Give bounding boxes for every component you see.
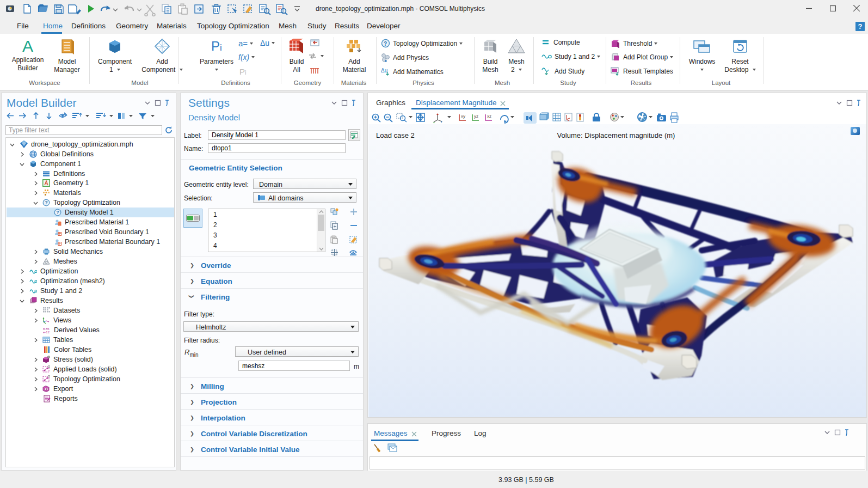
svg-text:?: ? xyxy=(384,41,387,47)
svg-text:Δu: Δu xyxy=(381,68,387,74)
svg-text:xy: xy xyxy=(461,114,465,119)
svg-text:xz: xz xyxy=(487,114,491,119)
svg-text:yz: yz xyxy=(474,114,478,119)
